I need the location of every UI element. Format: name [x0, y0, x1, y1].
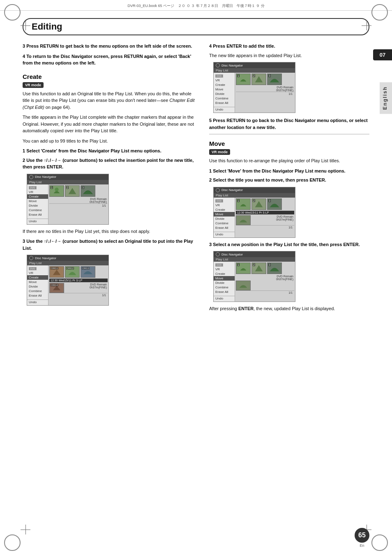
step4-right-body: The new title appears in the updated Pla…: [209, 52, 369, 59]
menu4-combine: Combine: [214, 221, 235, 226]
create-step3: 3 Use the ↑/↓/←/→ (cursor buttons) to se…: [23, 238, 199, 251]
disc-nav-title4: Disc Navigator: [221, 188, 243, 192]
corner-br: [371, 534, 388, 551]
move-step2: 2 Select the title you want to move, the…: [209, 177, 369, 184]
menu2-dvd: DVD: [27, 266, 48, 271]
disc-icon: [29, 175, 33, 179]
thumb3-2: 2: [251, 74, 266, 85]
remain2-right: DVD Remain0h37m(FINE): [89, 283, 108, 293]
english-label: English: [380, 82, 392, 114]
thumb-row2: ORG1 ORG2: [49, 266, 108, 278]
move-section: Move VR mode Use this function to re-arr…: [209, 140, 369, 312]
move-after-note: After pressing ENTER, the new, updated P…: [209, 305, 369, 312]
vr-mode-badge-move: VR mode: [209, 149, 230, 155]
menu2-combine: Combine: [27, 289, 48, 293]
page1: 1/1: [49, 203, 108, 207]
disc-nav-title-bar2: Disc Navigator: [27, 255, 108, 261]
disc-nav-content1: 1 2: [48, 184, 108, 224]
bottom-row5: [236, 281, 294, 290]
disc-nav-subtitle4: Play List: [214, 193, 295, 198]
disc-nav-title-bar: Disc Navigator: [27, 174, 108, 180]
left-column: 3 Press RETURN to get back to the menu o…: [23, 43, 199, 315]
disc-nav-screen1: Disc Navigator Play List DVD VR Create M…: [27, 174, 109, 225]
menu2-create: Create: [27, 275, 48, 280]
menu3-combine: Combine: [214, 96, 235, 101]
menu4-divide: Divide: [214, 216, 235, 221]
page-number-box: 65 En: [355, 528, 369, 548]
menu2-move: Move: [27, 280, 48, 284]
disc-nav-menu5: DVD VR Create Move Divide Combine Erase …: [214, 262, 235, 302]
menu5-create: Create: [214, 272, 235, 276]
remain5: DVD Remain0h37m(FINE): [236, 275, 294, 281]
thumb-row5: 1 2: [236, 263, 294, 274]
thumb-3: 3: [81, 185, 95, 197]
remain4: DVD Remain0h37m(FINE): [275, 215, 294, 225]
right-column: 4 Press ENTER to add the title. The new …: [209, 43, 369, 315]
menu5-move: Move: [214, 276, 235, 281]
menu3-create: Create: [214, 83, 235, 87]
svg-point-1: [55, 187, 58, 191]
disc-nav-title-bar3: Disc Navigator: [214, 62, 295, 68]
disc-nav-title-bar4: Disc Navigator: [214, 187, 295, 193]
thumb-1: 1: [49, 185, 64, 197]
create-para3: You can add up to 99 titles to the Play …: [23, 138, 199, 145]
disc-nav-subtitle2: Play List: [27, 261, 108, 265]
thumb-row1: 1 2: [49, 185, 108, 197]
disc-nav-body3: DVD VR Create Move Divide Combine Erase …: [214, 73, 295, 113]
menu-move: Move: [27, 199, 48, 203]
menu5-divide: Divide: [214, 281, 235, 285]
remain1: DVD Remain0h37m(FINE): [49, 198, 108, 203]
page3: 1/1: [236, 92, 294, 96]
create-heading: Create: [23, 73, 199, 80]
chapter-tab: 07: [373, 49, 392, 60]
menu5-vr: VR: [214, 267, 235, 272]
menu5-dvd: DVD: [214, 263, 235, 267]
thumb2-2: ORG2: [65, 266, 80, 278]
step4-left: 4 To return to the Disc Navigator screen…: [23, 53, 199, 67]
menu2-erase: Erase All: [27, 293, 48, 298]
thumb4-4: [236, 215, 251, 225]
thumb5-1: 1: [236, 263, 251, 274]
thumb4-3: 3: [267, 198, 282, 210]
step4-right-bold: 4 Press ENTER to add the title.: [209, 43, 369, 50]
disc-nav-menu4: DVD VR Create Move Divide Combine Erase …: [214, 198, 235, 237]
page2: 1/1: [49, 293, 108, 297]
disc-nav-content5: 1 2: [235, 262, 295, 302]
menu5-combine: Combine: [214, 285, 235, 290]
menu3-erase: Erase All: [214, 101, 235, 105]
menu4-erase: Erase All: [214, 226, 235, 230]
step3-left: 3 Press RETURN to get back to the menu o…: [23, 43, 199, 50]
thumb2-1: ORG1: [49, 266, 64, 278]
thumb2-3: ORG3: [81, 266, 95, 278]
editing-title-bar: Editing: [23, 18, 369, 35]
thumb3-3: 3: [267, 74, 282, 85]
create-note-after1: If there are no titles in the Play List …: [23, 228, 199, 235]
vr-mode-badge-create: VR mode: [23, 82, 44, 88]
disc-icon4: [216, 188, 220, 192]
menu-undo: Undo: [27, 219, 48, 223]
thumb4-2: 2: [251, 198, 266, 210]
disc-nav-body4: DVD VR Create Move Divide Combine Erase …: [214, 198, 295, 237]
menu-erase-all: Erase All: [27, 212, 48, 217]
header-meta: DVR-03_EU.book 65 ページ ２０ ０ ３ 年７月２８日 月曜日 …: [0, 0, 392, 11]
move-para1: Use this function to re-arrange the play…: [209, 157, 369, 164]
thumb-row3: 1 2: [236, 74, 294, 85]
disc-nav-screen4: Disc Navigator Play List DVD VR Create M…: [213, 187, 295, 238]
menu3-dvd: DVD: [214, 74, 235, 78]
disc-nav-body5: DVD VR Create Move Divide Combine Erase …: [214, 262, 295, 302]
menu3-divide: Divide: [214, 92, 235, 96]
disc-nav-subtitle5: Play List: [214, 257, 295, 262]
disc-nav-menu3: DVD VR Create Move Divide Combine Erase …: [214, 73, 235, 113]
disc-nav-subtitle: Play List: [27, 180, 108, 184]
disc-nav-menu1: DVD VR Create Move Divide Combine Erase …: [27, 184, 48, 224]
disc-nav-content2: ORG1 ORG2: [48, 265, 108, 305]
disc-nav-subtitle3: Play List: [214, 68, 295, 73]
bottom-row4: DVD Remain0h37m(FINE): [236, 215, 294, 225]
menu3-undo: Undo: [214, 107, 235, 112]
enter-bold: ENTER: [238, 306, 254, 311]
menu2-undo: Undo: [27, 299, 48, 304]
move-step3: 3 Select a new position in the Play List…: [209, 241, 369, 248]
menu3-vr: VR: [214, 78, 235, 83]
thumb-row4: 1 2: [236, 198, 294, 210]
create-step1: 1 Select 'Create' from the Disc Navigato…: [23, 147, 199, 154]
